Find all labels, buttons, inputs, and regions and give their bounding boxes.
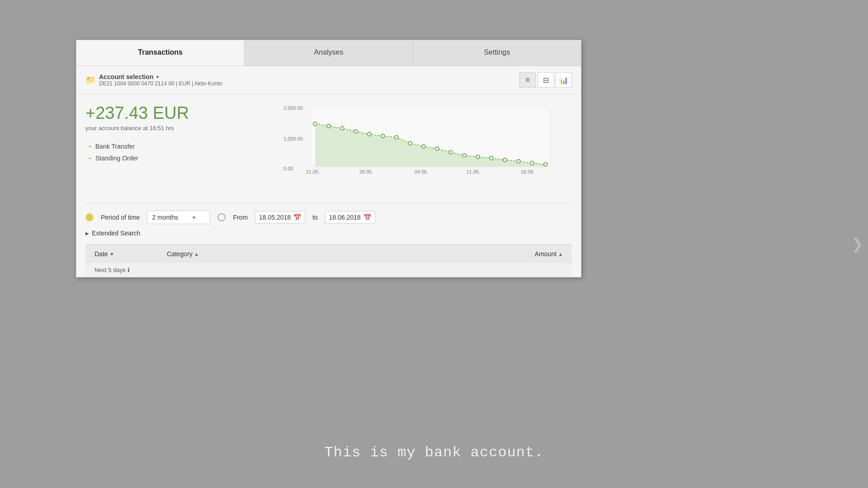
table-header: Date ▼ Category ▲ Amount ▲ [85, 244, 572, 263]
folder-icon: 📁 [85, 75, 95, 85]
balance-amount: +237.43 EUR [85, 103, 257, 123]
x-label-2105: 21.05. [306, 169, 320, 174]
extended-search-row[interactable]: ▶ Extended Search [85, 230, 572, 237]
expand-icon: ▶ [85, 231, 89, 236]
chart-dot [435, 147, 439, 150]
chart-dot [313, 122, 317, 126]
from-radio[interactable] [217, 213, 226, 221]
balance-section: +237.43 EUR your account balance at 16:5… [85, 103, 257, 162]
dropdown-arrow-icon: ▼ [156, 75, 160, 80]
chart-dot [408, 141, 412, 145]
col-category-header[interactable]: Category ▲ [167, 250, 491, 258]
extended-search-label: Extended Search [92, 230, 140, 237]
filter-area: Period of time 2 months ▼ From 18.05.201… [85, 203, 572, 244]
sort-icon: ▼ [110, 252, 114, 257]
main-panel: Transactions Analyses Settings 📁 Account… [76, 40, 581, 277]
arrow-right-icon: → [85, 142, 93, 150]
chart-dot [530, 161, 534, 165]
balance-chart: 2,000.00 1,000.00 0.00 [266, 103, 572, 176]
chart-view-button[interactable]: 📊 [556, 72, 572, 88]
bank-transfer-link[interactable]: → Bank Transfer [85, 142, 257, 150]
arrow-right-icon: → [85, 154, 93, 162]
tab-transactions[interactable]: Transactions [76, 40, 245, 66]
chart-dot [490, 156, 493, 160]
to-date-input[interactable]: 18.06.2018 📅 [325, 211, 375, 224]
chart-dot [462, 154, 466, 157]
period-select[interactable]: 2 months ▼ [147, 211, 210, 224]
from-label: From [233, 214, 248, 221]
x-label-0406: 04.06. [415, 169, 429, 174]
period-radio[interactable] [85, 213, 94, 221]
chart-section: 2,000.00 1,000.00 0.00 [266, 103, 572, 194]
x-label-2805: 28.05. [359, 169, 373, 174]
col-date-header[interactable]: Date ▼ [94, 250, 167, 258]
info-icon: ℹ [127, 267, 130, 273]
account-details: Account selection ▼ DE21 1004 0000 0470 … [99, 73, 222, 87]
x-label-1806: 18.06. [521, 169, 535, 174]
list-view-button[interactable]: ≡ [519, 72, 536, 88]
y-label-1000: 1,000.00 [283, 136, 303, 141]
chart-dot [544, 163, 547, 166]
view-icons: ≡ ⊟ 📊 [519, 72, 572, 88]
tab-bar: Transactions Analyses Settings [76, 40, 581, 66]
balance-subtitle: your account balance at 16:51 hrs [85, 125, 257, 131]
main-content: +237.43 EUR your account balance at 16:5… [76, 94, 581, 277]
tab-settings[interactable]: Settings [413, 40, 581, 66]
next-days-row: Next 5 days ℹ [85, 263, 572, 277]
y-label-2000: 2,000.00 [283, 105, 303, 111]
quick-links: → Bank Transfer → Standing Order [85, 142, 257, 162]
tab-analyses[interactable]: Analyses [245, 40, 413, 66]
chart-dot [422, 145, 425, 148]
calendar-icon[interactable]: 📅 [363, 214, 371, 221]
chart-dot [327, 124, 330, 128]
account-number: DE21 1004 0000 0470 2114 00 | EUR | Akti… [99, 80, 222, 87]
sort-icon: ▲ [194, 252, 199, 257]
chart-dot [517, 160, 520, 163]
from-date-value: 18.05.2018 [259, 214, 291, 221]
col-amount-header[interactable]: Amount ▲ [491, 250, 563, 258]
from-date-input[interactable]: 18.05.2018 📅 [255, 211, 305, 224]
subtitle-text: This is my bank account. [0, 444, 868, 461]
account-selection[interactable]: Account selection ▼ [99, 73, 222, 80]
sort-icon: ▲ [558, 252, 563, 257]
dropdown-icon: ▼ [192, 215, 196, 220]
to-date-value: 18.06.2018 [329, 214, 361, 221]
chart-dot [368, 132, 371, 136]
standing-order-link[interactable]: → Standing Order [85, 154, 257, 162]
account-info: 📁 Account selection ▼ DE21 1004 0000 047… [85, 73, 222, 87]
next-days-label: Next 5 days [94, 267, 126, 273]
chart-dot [381, 134, 385, 138]
x-label-1106: 11.06. [467, 169, 481, 174]
filter-row: Period of time 2 months ▼ From 18.05.201… [85, 211, 572, 224]
period-value: 2 months [152, 214, 178, 221]
next-arrow-button[interactable]: ❯ [851, 235, 863, 253]
balance-chart-row: +237.43 EUR your account balance at 16:5… [85, 103, 572, 203]
chart-dot [449, 150, 453, 154]
y-label-0: 0.00 [283, 166, 293, 171]
chart-dot [503, 158, 507, 162]
calendar-icon[interactable]: 📅 [293, 214, 301, 221]
chart-dot [354, 130, 358, 133]
grid-view-button[interactable]: ⊟ [538, 72, 554, 88]
period-label: Period of time [101, 214, 140, 221]
chart-dot [476, 155, 480, 159]
to-label: to [312, 214, 318, 221]
chart-dot [340, 127, 344, 130]
chart-dot [395, 136, 398, 139]
header-bar: 📁 Account selection ▼ DE21 1004 0000 047… [76, 66, 581, 94]
